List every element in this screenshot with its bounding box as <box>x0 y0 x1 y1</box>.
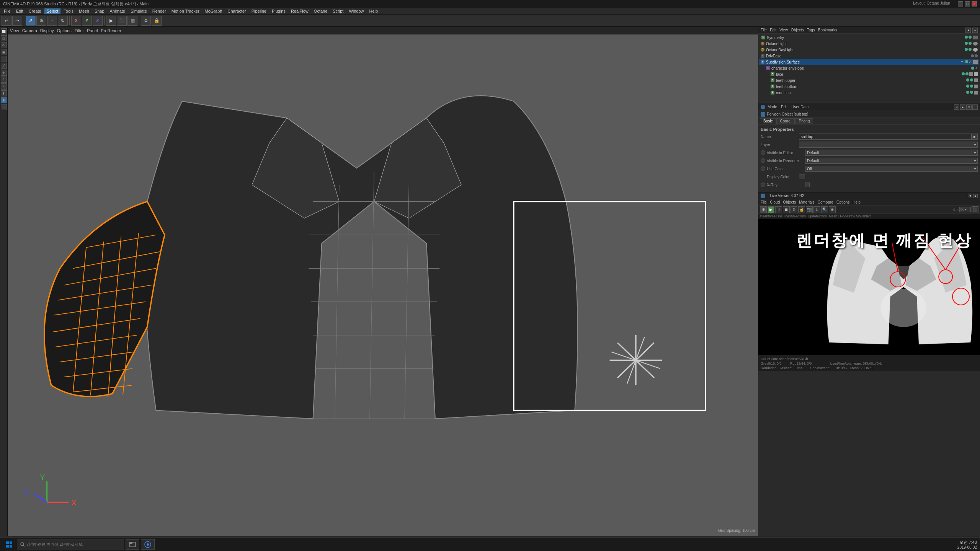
obj-row-symmetry[interactable]: S Symmetry <box>759 34 979 41</box>
name-input[interactable] <box>799 134 972 140</box>
menu-animate[interactable]: Animate <box>108 8 127 14</box>
tool-loop[interactable]: ⟳ <box>1 42 7 48</box>
toolbar-lock[interactable]: 🔒 <box>152 16 162 26</box>
prop-tab-basic[interactable]: Basic <box>760 118 776 124</box>
mode-pin-btn[interactable]: ◂ <box>954 104 959 110</box>
tool-knife[interactable]: ╲ <box>1 83 7 90</box>
menu-simulate[interactable]: Simulate <box>128 8 149 14</box>
menu-snap[interactable]: Snap <box>92 8 107 14</box>
toolbar-rotate[interactable]: ↻ <box>58 16 68 26</box>
menu-edit[interactable]: Edit <box>14 8 26 14</box>
obj-row-drivease[interactable]: N DrivEase <box>759 53 979 59</box>
name-arrow-btn[interactable]: ▶ <box>972 134 978 140</box>
toolbar-render-region[interactable]: ⬛ <box>117 16 127 26</box>
render-viewport[interactable]: 렌더창에 면 깨짐 현상 <box>758 218 980 355</box>
mode-close-btn[interactable]: × <box>966 104 972 110</box>
viewport-menu-display[interactable]: Display <box>40 28 54 33</box>
menu-motiontracker[interactable]: Motion Tracker <box>169 8 202 14</box>
toolbar-z-axis[interactable]: Z <box>93 16 103 26</box>
render-menu-objects[interactable]: Objects <box>783 200 796 204</box>
menu-render[interactable]: Render <box>150 8 168 14</box>
viewport-menu-prorender[interactable]: ProRender <box>101 28 121 33</box>
tool-select[interactable]: ⬜ <box>1 28 7 34</box>
render-ch-dropdown[interactable]: DL ▾ <box>959 207 971 212</box>
render-expand-view-btn[interactable]: ⬛ <box>972 206 978 213</box>
render-menu-file[interactable]: File <box>761 200 767 204</box>
om-menu-objects[interactable]: Objects <box>791 28 804 32</box>
obj-row-octanelight[interactable]: L OctaneLight <box>759 41 979 47</box>
use-color-dropdown[interactable]: Off ▾ <box>805 166 978 172</box>
toolbar-scale[interactable]: ↔ <box>47 16 57 26</box>
render-fps-btn[interactable]: 📷 <box>806 206 813 213</box>
mode-dots-btn[interactable]: ⋮ <box>972 104 978 110</box>
maximize-button[interactable]: □ <box>965 1 970 7</box>
obj-row-teeth-upper[interactable]: ▲ teeth upper <box>759 77 979 83</box>
tool-paint[interactable]: ⚫ <box>1 104 7 110</box>
render-menu-materials[interactable]: Materials <box>799 200 815 204</box>
xray-checkbox[interactable] <box>805 183 810 187</box>
toolbar-x-axis[interactable]: X <box>71 16 81 26</box>
render-target-btn[interactable]: ⊕ <box>829 206 836 213</box>
om-menu-bookmarks[interactable]: Bookmarks <box>818 28 837 32</box>
viewport-menu-filter[interactable]: Filter <box>75 28 84 33</box>
tool-lasso[interactable]: ◻ <box>1 35 7 41</box>
obj-row-charenv[interactable]: ⬡ character envelope ✗ <box>759 65 979 71</box>
obj-row-face[interactable]: ▲ face <box>759 71 979 77</box>
menu-window[interactable]: Window <box>346 8 366 14</box>
display-color-swatch[interactable] <box>799 174 805 179</box>
mode-expand-btn[interactable]: ▴ <box>960 104 965 110</box>
toolbar-move[interactable]: ⊕ <box>36 16 46 26</box>
tool-brush[interactable]: ⌇ <box>1 77 7 83</box>
render-stop-btn[interactable]: ⏹ <box>783 206 790 213</box>
obj-row-octanedaylight[interactable]: D OctaneDayLight <box>759 47 979 53</box>
render-menu-help[interactable]: Help <box>853 200 861 204</box>
visible-editor-dropdown[interactable]: Default ▾ <box>805 150 978 156</box>
toolbar-undo[interactable]: ↩ <box>2 16 11 26</box>
menu-octane[interactable]: Octane <box>312 8 330 14</box>
subdiv-expand[interactable]: ▾ <box>961 60 963 64</box>
render-menu-compare[interactable]: Compare <box>818 200 833 204</box>
menu-tools[interactable]: Tools <box>61 8 76 14</box>
render-pause-btn[interactable]: ⏸ <box>775 206 782 213</box>
mode-btn-edit[interactable]: Edit <box>779 104 789 109</box>
menu-file[interactable]: File <box>2 8 13 14</box>
viewport-menu-panel[interactable]: Panel <box>87 28 98 33</box>
om-menu-tags[interactable]: Tags <box>807 28 815 32</box>
tool-edge[interactable]: ╱ <box>1 63 7 69</box>
taskbar-explorer-btn[interactable] <box>126 539 139 550</box>
tool-s[interactable]: S <box>1 97 7 103</box>
prop-tab-coord[interactable]: Coord. <box>776 118 795 124</box>
om-expand-btn[interactable]: ▴ <box>972 28 978 33</box>
menu-pipeline[interactable]: Pipeline <box>249 8 269 14</box>
taskbar-search[interactable]: 검색하려면 여기에 입력하십시오. <box>17 540 124 549</box>
tool-move[interactable]: ✛ <box>1 70 7 76</box>
render-expand-btn[interactable]: ▴ <box>973 194 978 198</box>
render-config-btn[interactable]: ⚙ <box>791 206 797 213</box>
menu-script[interactable]: Script <box>330 8 346 14</box>
menu-plugins[interactable]: Plugins <box>270 8 288 14</box>
mode-btn-mode[interactable]: Mode <box>766 104 779 109</box>
close-button[interactable]: × <box>972 1 977 7</box>
menu-select[interactable]: Select <box>44 8 61 14</box>
viewport-menu-options[interactable]: Options <box>57 28 72 33</box>
om-collapse-btn[interactable]: ◂ <box>965 28 971 33</box>
viewport-menu-view[interactable]: View <box>10 28 19 33</box>
visible-render-dropdown[interactable]: Default ▾ <box>805 158 978 164</box>
toolbar-redo[interactable]: ↪ <box>12 16 22 26</box>
render-pin-btn[interactable]: ◂ <box>968 194 972 198</box>
toolbar-live-select[interactable]: ↗ <box>26 16 36 26</box>
render-menu-cloud[interactable]: Cloud <box>770 200 780 204</box>
windows-start-btn[interactable] <box>3 538 15 551</box>
viewport[interactable]: Perspective <box>8 34 758 536</box>
render-start-btn[interactable]: ▶ <box>768 206 774 213</box>
minimize-button[interactable]: ─ <box>958 1 963 7</box>
tool-poly[interactable]: ▣ <box>1 49 7 55</box>
menu-help[interactable]: Help <box>367 8 381 14</box>
taskbar-chrome-btn[interactable] <box>141 539 155 550</box>
menu-realflow[interactable]: RealFlow <box>289 8 311 14</box>
render-menu-options[interactable]: Options <box>836 200 849 204</box>
render-info-btn[interactable]: ℹ <box>813 206 820 213</box>
prop-tab-phong[interactable]: Phong <box>795 118 813 124</box>
menu-mesh[interactable]: Mesh <box>77 8 91 14</box>
render-zoom-btn[interactable]: 🔍 <box>821 206 828 213</box>
